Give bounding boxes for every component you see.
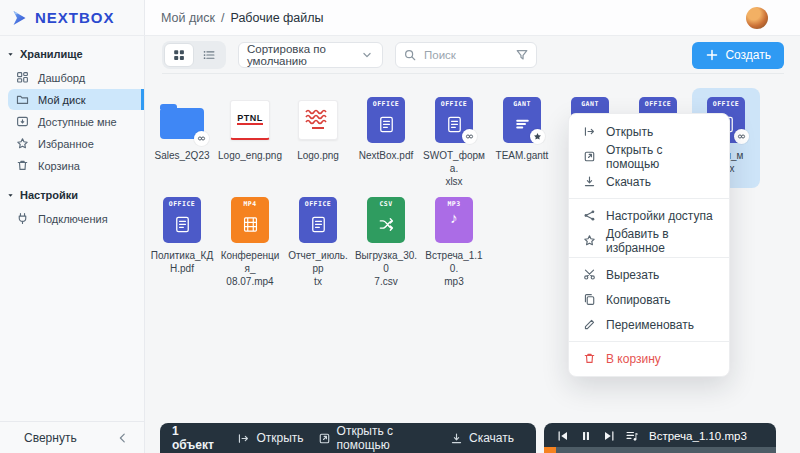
selection-action-open[interactable]: Открыть [237, 431, 303, 445]
menu-divider [569, 341, 729, 342]
context-menu-item[interactable]: Открыть [569, 119, 729, 144]
sidebar-section-label: Настройки [20, 189, 78, 201]
link-badge-icon [737, 132, 746, 141]
search-icon [403, 48, 417, 62]
player-progress-fill [544, 447, 556, 453]
context-menu-item[interactable]: Настройки доступа [569, 203, 729, 228]
file-name: Sales_2Q23 [148, 149, 216, 162]
list-view-icon [202, 48, 216, 62]
audio-player-bar: Встреча_1.10.mp3 [544, 423, 776, 453]
file-name: Выгрузка_30.0 7.csv [352, 249, 420, 288]
view-toggle [162, 41, 226, 69]
doc-glyph [310, 210, 327, 243]
list-view-button[interactable] [194, 43, 224, 67]
menu-item-label: Вырезать [606, 268, 659, 282]
file-tile[interactable]: MP3♪Встреча_1.10. mp3 [420, 188, 488, 288]
file-name: SWOT_форма. xlsx [420, 149, 488, 188]
menu-item-label: Копировать [606, 293, 671, 307]
office-file-icon: OFFICE [367, 97, 405, 143]
context-menu-item[interactable]: Скачать [569, 169, 729, 194]
plus-icon [705, 48, 719, 62]
thumbnail-text: PTNL [237, 114, 263, 126]
folder-icon [16, 93, 29, 106]
sidebar-section-header[interactable]: Хранилище [0, 36, 144, 66]
file-name: Политика_КД Н.pdf [148, 249, 216, 275]
grid-view-button[interactable] [164, 43, 194, 67]
cut-icon [583, 268, 596, 281]
file-tile[interactable]: MP4Конференция_ 08.07.mp4 [216, 188, 284, 288]
context-menu-item[interactable]: Добавить в избранное [569, 228, 729, 253]
file-name: Отчет_июль.pp tx [284, 249, 352, 288]
avatar[interactable] [746, 7, 768, 29]
sidebar-item-label: Избранное [38, 138, 94, 150]
file-tile[interactable]: OFFICESWOT_форма. xlsx [420, 88, 488, 188]
file-name: Logo_eng.png [216, 149, 284, 162]
topbar: NEXTBOX Мой диск / Рабочие файлы [0, 0, 800, 36]
nextbox-logo[interactable]: NEXTBOX [0, 0, 145, 35]
sidebar: ХранилищеДашбордМой дискДоступные мнеИзб… [0, 36, 145, 453]
context-menu-item[interactable]: Вырезать [569, 262, 729, 287]
file-type-chip: MP4 [243, 200, 256, 208]
search-input[interactable] [422, 48, 510, 62]
playlist-icon[interactable] [625, 429, 639, 443]
file-tile[interactable]: PTNLLogo_eng.png [216, 88, 284, 188]
sidebar-item-подключения[interactable]: Подключения [8, 208, 144, 229]
shuffle-glyph [378, 210, 395, 243]
filter-icon[interactable] [515, 48, 529, 62]
selection-action-download[interactable]: Скачать [450, 431, 514, 445]
file-icon [148, 94, 216, 146]
file-tile[interactable]: OFFICEПолитика_КД Н.pdf [148, 188, 216, 288]
file-icon: GANT [488, 94, 556, 146]
file-tile[interactable]: Logo.png [284, 88, 352, 188]
sidebar-item-избранное[interactable]: Избранное [8, 133, 144, 154]
chevron-left-icon [116, 431, 130, 445]
pause-icon[interactable] [579, 429, 593, 443]
sidebar-item-мой-диск[interactable]: Мой диск [8, 89, 144, 110]
rename-icon [583, 318, 596, 331]
breadcrumb-current: Рабочие файлы [230, 11, 323, 25]
selection-action-open-with[interactable]: Открыть с помощью [318, 424, 436, 452]
share-icon [583, 209, 596, 222]
file-tile[interactable]: CSVВыгрузка_30.0 7.csv [352, 188, 420, 288]
file-tile[interactable]: Sales_2Q23 [148, 88, 216, 188]
dashboard-icon [16, 71, 29, 84]
context-menu-item[interactable]: Открыть с помощью [569, 144, 729, 169]
breadcrumb-parent[interactable]: Мой диск [161, 11, 215, 25]
link-badge-icon [734, 129, 749, 144]
file-type-chip: OFFICE [169, 200, 195, 208]
file-tile[interactable]: GANTTEAM.gantt [488, 88, 556, 188]
create-button[interactable]: Создать [692, 42, 784, 69]
sort-dropdown[interactable]: Сортировка по умолчанию [238, 42, 383, 68]
context-menu: ОткрытьОткрыть с помощьюСкачатьНастройки… [568, 113, 730, 377]
previous-track-icon[interactable] [556, 429, 570, 443]
nextbox-logo-icon [12, 10, 29, 26]
next-track-icon[interactable] [602, 429, 616, 443]
selection-count: 1 объект [172, 424, 221, 452]
menu-item-label: Скачать [606, 175, 651, 189]
sidebar-item-доступные-мне[interactable]: Доступные мне [8, 111, 144, 132]
file-name: TEAM.gantt [488, 149, 556, 162]
download-icon [583, 175, 596, 188]
menu-item-label: Открыть с помощью [606, 143, 715, 171]
file-icon: MP4 [216, 194, 284, 246]
mp4-file-icon: MP4 [231, 197, 269, 243]
menu-item-label: В корзину [606, 352, 661, 366]
menu-item-label: Открыть [606, 125, 653, 139]
mp3-file-icon: MP3♪ [435, 197, 473, 243]
sidebar-collapse-button[interactable]: Свернуть [0, 421, 144, 453]
context-menu-item[interactable]: Копировать [569, 287, 729, 312]
sidebar-item-корзина[interactable]: Корзина [8, 155, 144, 176]
context-menu-item[interactable]: В корзину [569, 346, 729, 371]
image-thumbnail: PTNL [230, 100, 270, 140]
brand-name: NEXTBOX [35, 9, 115, 26]
file-tile[interactable]: OFFICENextBox.pdf [352, 88, 420, 188]
sidebar-section-header[interactable]: Настройки [0, 177, 144, 207]
collapse-label: Свернуть [24, 431, 77, 445]
file-name: NextBox.pdf [352, 149, 420, 162]
player-progress-bar[interactable] [544, 447, 776, 453]
file-tile[interactable]: OFFICEОтчет_июль.pp tx [284, 188, 352, 288]
sidebar-item-label: Корзина [38, 160, 80, 172]
sidebar-item-дашборд[interactable]: Дашборд [8, 67, 144, 88]
gantt-glyph [514, 110, 531, 143]
context-menu-item[interactable]: Переименовать [569, 312, 729, 337]
